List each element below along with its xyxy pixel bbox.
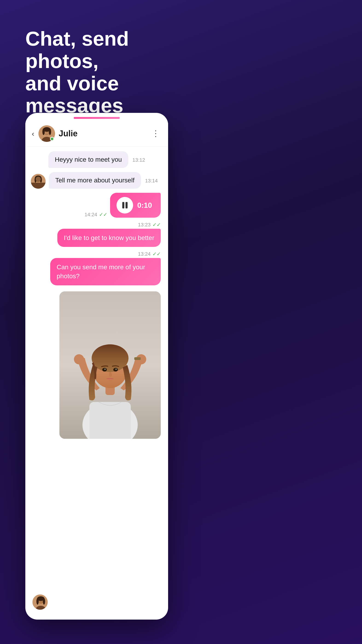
sent-time-text-4: 13:23 — [138, 222, 150, 228]
bottom-avatar-svg — [32, 594, 48, 610]
online-indicator — [50, 137, 54, 141]
svg-rect-17 — [89, 402, 131, 439]
double-check-voice: ✓✓ — [99, 212, 107, 218]
bubble-row-2: Tell me more about yourself 13:14 — [49, 172, 158, 189]
back-button[interactable]: ‹ — [32, 130, 34, 138]
more-options-button[interactable]: ⋮ — [150, 127, 162, 140]
svg-point-26 — [115, 368, 117, 370]
double-check-4: ✓✓ — [152, 222, 161, 228]
pause-button[interactable] — [116, 197, 133, 214]
svg-point-5 — [42, 128, 45, 135]
voice-time-text: 14:24 — [84, 212, 97, 218]
bottom-avatar-area — [32, 594, 48, 610]
sent-time-text-5: 13:24 — [138, 251, 150, 257]
sent-time-4: 13:23 ✓✓ — [138, 222, 161, 228]
svg-point-25 — [104, 368, 106, 370]
svg-point-18 — [74, 354, 84, 364]
voice-bubble[interactable]: 0:10 — [110, 193, 161, 218]
double-check-5: ✓✓ — [152, 251, 161, 257]
headline: Chat, send photos, and voice messages — [25, 28, 191, 117]
chat-user-name: Julie — [59, 129, 150, 138]
message-photo[interactable] — [31, 291, 161, 439]
top-indicator — [74, 117, 120, 119]
voice-duration: 0:10 — [137, 201, 152, 210]
sender-avatar-2 — [31, 174, 46, 189]
svg-rect-27 — [134, 357, 141, 360]
sent-time-5: 13:24 ✓✓ — [138, 251, 161, 257]
received-text-1: Heyyy nice to meet you — [48, 151, 128, 168]
received-bubble-1: Heyyy nice to meet you 13:12 — [48, 151, 145, 168]
pause-icon — [122, 202, 128, 208]
message-sent-4: 13:23 ✓✓ I'd like to get to know you bet… — [31, 222, 161, 247]
sent-info-5: 13:24 ✓✓ Can you send me more of your ph… — [50, 251, 161, 285]
svg-point-31 — [36, 598, 39, 604]
phone-mockup: ‹ Julie ⋮ — [25, 113, 168, 620]
headline-line1: Chat, send photos, — [25, 28, 191, 72]
chat-header: ‹ Julie ⋮ — [25, 119, 168, 147]
messages-area: Heyyy nice to meet you 13:12 — [25, 147, 168, 444]
svg-point-32 — [43, 598, 45, 604]
svg-point-11 — [34, 177, 36, 183]
message-sent-5: 13:24 ✓✓ Can you send me more of your ph… — [31, 251, 161, 285]
sent-text-5: Can you send me more of your photos? — [50, 258, 161, 285]
pause-bar-left — [122, 202, 124, 208]
svg-point-12 — [40, 177, 42, 183]
photo-svg — [60, 291, 161, 439]
pause-bar-right — [126, 202, 128, 208]
message-voice-sent: 14:24 ✓✓ 0:10 — [31, 193, 161, 218]
message-received-1: Heyyy nice to meet you 13:12 — [31, 151, 162, 168]
svg-point-6 — [49, 128, 51, 135]
voice-time-area: 14:24 ✓✓ — [84, 212, 107, 218]
headline-line2: and voice messages — [25, 72, 191, 117]
sent-info-4: 13:23 ✓✓ I'd like to get to know you bet… — [57, 222, 161, 247]
voice-timestamp: 14:24 ✓✓ — [84, 212, 107, 218]
message-received-2: Tell me more about yourself 13:14 — [31, 172, 162, 189]
avatar-container — [38, 125, 55, 142]
msg-time-2: 13:14 — [145, 178, 158, 184]
received-bubble-2: Tell me more about yourself 13:14 — [49, 172, 158, 189]
sender-avatar-svg — [31, 174, 46, 189]
received-text-2: Tell me more about yourself — [49, 172, 141, 189]
bottom-avatar — [32, 594, 48, 610]
bubble-row-1: Heyyy nice to meet you 13:12 — [48, 151, 145, 168]
msg-time-1: 13:12 — [132, 157, 145, 163]
sent-text-4: I'd like to get to know you better — [57, 229, 161, 247]
photo-bubble — [60, 291, 161, 439]
svg-point-13 — [34, 184, 43, 189]
